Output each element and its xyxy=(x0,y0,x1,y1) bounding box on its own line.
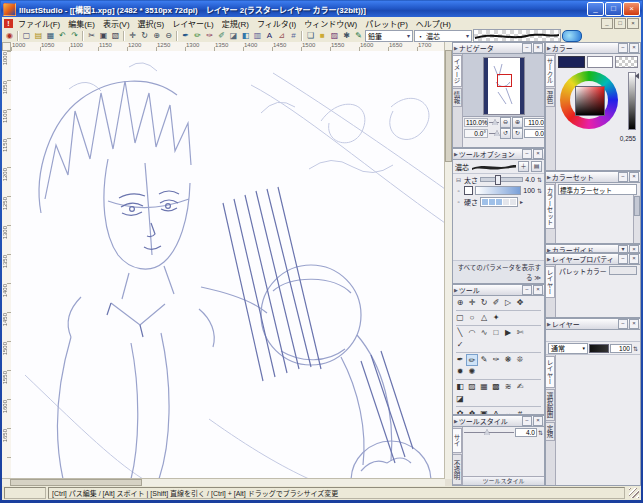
eraser-tool-icon[interactable]: ◪ xyxy=(454,393,466,405)
rotate-view-icon[interactable]: ↻ xyxy=(139,30,150,41)
tree-expander-icon[interactable]: ▫ xyxy=(455,188,462,194)
resize-grip[interactable] xyxy=(629,488,639,498)
eyedropper-tool-icon[interactable]: ✐ xyxy=(490,297,502,309)
gradient-tool-icon[interactable]: ▨ xyxy=(466,381,478,393)
panel-close-button[interactable]: × xyxy=(533,43,543,53)
menu-item-フィルタ(I)[interactable]: フィルタ(I) xyxy=(253,17,300,30)
menu-item-ウィンドウ(W)[interactable]: ウィンドウ(W) xyxy=(300,17,361,30)
settings-icon[interactable]: ✱ xyxy=(341,30,352,41)
layer-opacity-value[interactable]: 100 xyxy=(610,344,632,353)
navigator-view-rect[interactable] xyxy=(497,74,512,87)
option-swatch[interactable] xyxy=(464,186,473,195)
panel-minimize-button[interactable]: − xyxy=(522,416,532,426)
rect-tool-icon[interactable]: □ xyxy=(490,327,502,339)
opacity-gradient-slider[interactable] xyxy=(475,186,521,195)
panel-grip-icon[interactable]: ▶ xyxy=(547,256,551,262)
pastel-tool-icon[interactable]: ✹ xyxy=(454,366,466,378)
close-button[interactable]: × xyxy=(623,2,640,16)
segment-more-icon[interactable]: ▸ xyxy=(520,198,523,205)
cut-icon[interactable]: ✂ xyxy=(86,30,97,41)
panel-minimize-button[interactable]: − xyxy=(522,285,532,295)
new-layer-icon[interactable]: ❏ xyxy=(305,30,316,41)
blur-tool-icon[interactable]: ≋ xyxy=(502,381,514,393)
pen-icon[interactable]: ✒ xyxy=(180,30,191,41)
undo-icon[interactable]: ↶ xyxy=(57,30,68,41)
zoom-tool-icon[interactable]: ⊕ xyxy=(454,297,466,309)
airbrush-tool-icon[interactable]: ❋ xyxy=(502,354,514,366)
colorset-scrollbar[interactable] xyxy=(633,195,640,243)
redo-icon[interactable]: ↷ xyxy=(69,30,80,41)
tool-preset-dropdown[interactable]: 鉛筆 ▾ xyxy=(365,30,413,42)
tab-サイズ[interactable]: サイズ xyxy=(453,428,462,453)
colorset-preset-dropdown[interactable]: 標準カラーセット xyxy=(558,184,637,195)
rect-select-tool-icon[interactable]: ▢ xyxy=(454,312,466,324)
tab-レイヤー[interactable]: レイヤー xyxy=(546,266,555,298)
background-color-swatch[interactable] xyxy=(587,56,614,68)
menu-item-選択(S)[interactable]: 選択(S) xyxy=(134,17,169,30)
watercolor-tool-icon[interactable]: ❊ xyxy=(514,354,526,366)
line-tool-icon[interactable]: ╲ xyxy=(454,327,466,339)
text-tool-icon[interactable]: A xyxy=(264,30,275,41)
tip-preset-dropdown[interactable]: ・ 濃芯 ▾ xyxy=(414,30,472,42)
tab-混色[interactable]: 混色 xyxy=(546,88,555,107)
tab-サークル[interactable]: サークル xyxy=(546,55,555,87)
panel-grip-icon[interactable]: ▶ xyxy=(454,418,458,424)
panel-minimize-button[interactable]: − xyxy=(618,43,628,53)
rotate-cw-button[interactable]: ↻ xyxy=(512,128,523,139)
menu-item-定規(R)[interactable]: 定規(R) xyxy=(218,17,253,30)
panel-close-button[interactable]: × xyxy=(533,416,543,426)
panel-close-button[interactable]: × xyxy=(533,285,543,295)
canvas-horizontal-scrollbar[interactable] xyxy=(2,478,445,486)
tab-レイヤー[interactable]: レイヤー xyxy=(546,356,555,388)
panel-minimize-button[interactable]: − xyxy=(618,172,628,182)
saturation-value-square[interactable] xyxy=(575,86,605,116)
show-all-parameters-link[interactable]: すべてのパラメータを表示する ≫ xyxy=(453,260,544,283)
mdi-close-button[interactable]: × xyxy=(627,18,639,29)
zoom-value-field[interactable]: 110.0 xyxy=(524,118,545,127)
canvas-vertical-scrollbar[interactable] xyxy=(444,42,452,479)
zoom-out-icon[interactable]: ⊖ xyxy=(163,30,174,41)
panel-close-button[interactable]: × xyxy=(629,172,639,182)
brush-icon[interactable]: ✑ xyxy=(204,30,215,41)
paste-icon[interactable]: ▧ xyxy=(110,30,121,41)
pen-tool-icon[interactable]: ✒ xyxy=(454,354,466,366)
pencil-tool-icon[interactable]: ✏ xyxy=(466,354,478,366)
text-tool-box-icon[interactable]: A xyxy=(490,408,502,415)
stamp-tool-icon[interactable]: ✿ xyxy=(454,408,466,415)
cutter-tool-icon[interactable]: ✄ xyxy=(514,327,526,339)
panel-minimize-button[interactable]: − xyxy=(618,319,628,329)
panel-minimize-button[interactable]: − xyxy=(522,43,532,53)
panel-close-button[interactable]: × xyxy=(629,245,639,253)
zoom-slider[interactable] xyxy=(489,122,499,123)
material-icon[interactable]: ▨ xyxy=(329,30,340,41)
transparent-color-swatch[interactable] xyxy=(615,56,638,68)
zoom-out-button[interactable]: ⊖ xyxy=(500,117,511,128)
save-tip-button[interactable]: ＋ xyxy=(518,161,529,172)
palette-color-box[interactable] xyxy=(609,266,637,275)
polyline-tool-icon[interactable]: ∿ xyxy=(478,327,490,339)
correction-tool-icon[interactable]: ✓ xyxy=(454,339,466,351)
panel-grip-icon[interactable]: ▶ xyxy=(547,321,551,327)
hand-tool-icon[interactable]: ✛ xyxy=(466,297,478,309)
airbrush-icon[interactable]: ✐ xyxy=(216,30,227,41)
tree-expander-icon[interactable]: ⊟ xyxy=(455,176,462,183)
tip-menu-button[interactable]: ▤ xyxy=(531,161,542,172)
layer-folder-icon[interactable]: ■ xyxy=(317,30,328,41)
gradient-icon[interactable]: ▥ xyxy=(252,30,263,41)
mdi-restore-button[interactable]: □ xyxy=(614,18,626,29)
panel-close-button[interactable]: × xyxy=(629,43,639,53)
transform-tool-icon[interactable]: ↔ xyxy=(502,408,514,415)
panel-grip-icon[interactable]: ▶ xyxy=(454,287,458,293)
bucket-icon[interactable]: ◧ xyxy=(240,30,251,41)
foreground-color-swatch[interactable] xyxy=(558,56,585,68)
panel-close-button[interactable]: × xyxy=(629,319,639,329)
size-spinner[interactable]: ⇅ xyxy=(538,429,543,436)
layer-opacity-slider[interactable] xyxy=(589,344,609,353)
tab-カラーセット[interactable]: カラーセット xyxy=(546,184,555,229)
size-value-field[interactable]: 4.0 xyxy=(515,428,537,437)
selection-launcher-icon[interactable]: ❖ xyxy=(466,408,478,415)
tool-style-bottom-bar[interactable]: ツールスタイル xyxy=(463,476,544,485)
copy-icon[interactable]: ▣ xyxy=(98,30,109,41)
rotate-canvas-tool-icon[interactable]: ↻ xyxy=(478,297,490,309)
segment-slider[interactable] xyxy=(480,197,518,207)
